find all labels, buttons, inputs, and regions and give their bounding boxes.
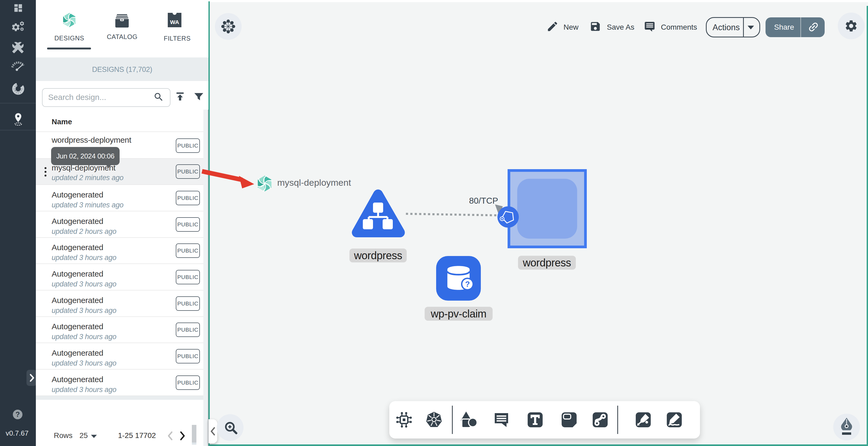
svg-text:WA: WA: [170, 19, 179, 25]
svg-text:?: ?: [465, 280, 470, 288]
